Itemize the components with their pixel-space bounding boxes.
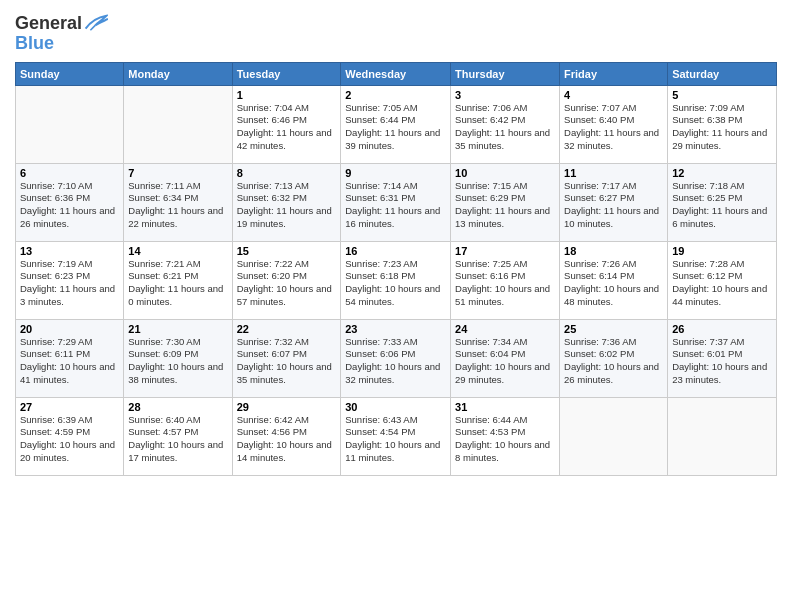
day-number: 24: [455, 323, 555, 335]
day-number: 1: [237, 89, 337, 101]
day-info: Sunrise: 7:18 AM Sunset: 6:25 PM Dayligh…: [672, 180, 772, 231]
day-info: Sunrise: 7:06 AM Sunset: 6:42 PM Dayligh…: [455, 102, 555, 153]
day-info: Sunrise: 7:13 AM Sunset: 6:32 PM Dayligh…: [237, 180, 337, 231]
day-info: Sunrise: 7:09 AM Sunset: 6:38 PM Dayligh…: [672, 102, 772, 153]
day-number: 28: [128, 401, 227, 413]
day-number: 23: [345, 323, 446, 335]
day-number: 5: [672, 89, 772, 101]
page-header: General Blue: [15, 10, 777, 54]
day-info: Sunrise: 7:32 AM Sunset: 6:07 PM Dayligh…: [237, 336, 337, 387]
day-info: Sunrise: 7:36 AM Sunset: 6:02 PM Dayligh…: [564, 336, 663, 387]
day-info: Sunrise: 7:11 AM Sunset: 6:34 PM Dayligh…: [128, 180, 227, 231]
day-info: Sunrise: 7:23 AM Sunset: 6:18 PM Dayligh…: [345, 258, 446, 309]
day-info: Sunrise: 7:29 AM Sunset: 6:11 PM Dayligh…: [20, 336, 119, 387]
day-info: Sunrise: 7:17 AM Sunset: 6:27 PM Dayligh…: [564, 180, 663, 231]
calendar-cell: [560, 397, 668, 475]
day-info: Sunrise: 6:39 AM Sunset: 4:59 PM Dayligh…: [20, 414, 119, 465]
calendar-cell: 11Sunrise: 7:17 AM Sunset: 6:27 PM Dayli…: [560, 163, 668, 241]
day-number: 20: [20, 323, 119, 335]
calendar-cell: [16, 85, 124, 163]
day-info: Sunrise: 7:05 AM Sunset: 6:44 PM Dayligh…: [345, 102, 446, 153]
weekday-header-saturday: Saturday: [668, 62, 777, 85]
day-number: 17: [455, 245, 555, 257]
calendar-cell: 5Sunrise: 7:09 AM Sunset: 6:38 PM Daylig…: [668, 85, 777, 163]
day-number: 15: [237, 245, 337, 257]
calendar-cell: [124, 85, 232, 163]
page-container: General Blue SundayMondayTuesdayWednesda…: [0, 0, 792, 486]
day-number: 2: [345, 89, 446, 101]
logo-bird-icon: [84, 14, 108, 32]
weekday-header-tuesday: Tuesday: [232, 62, 341, 85]
calendar-cell: 1Sunrise: 7:04 AM Sunset: 6:46 PM Daylig…: [232, 85, 341, 163]
day-info: Sunrise: 7:25 AM Sunset: 6:16 PM Dayligh…: [455, 258, 555, 309]
day-number: 16: [345, 245, 446, 257]
day-info: Sunrise: 7:28 AM Sunset: 6:12 PM Dayligh…: [672, 258, 772, 309]
day-number: 22: [237, 323, 337, 335]
calendar-cell: 6Sunrise: 7:10 AM Sunset: 6:36 PM Daylig…: [16, 163, 124, 241]
calendar-cell: 31Sunrise: 6:44 AM Sunset: 4:53 PM Dayli…: [451, 397, 560, 475]
day-number: 27: [20, 401, 119, 413]
day-info: Sunrise: 7:33 AM Sunset: 6:06 PM Dayligh…: [345, 336, 446, 387]
calendar-cell: 30Sunrise: 6:43 AM Sunset: 4:54 PM Dayli…: [341, 397, 451, 475]
calendar-cell: 8Sunrise: 7:13 AM Sunset: 6:32 PM Daylig…: [232, 163, 341, 241]
day-number: 14: [128, 245, 227, 257]
day-number: 10: [455, 167, 555, 179]
day-number: 19: [672, 245, 772, 257]
day-number: 12: [672, 167, 772, 179]
calendar-cell: 24Sunrise: 7:34 AM Sunset: 6:04 PM Dayli…: [451, 319, 560, 397]
calendar-cell: 13Sunrise: 7:19 AM Sunset: 6:23 PM Dayli…: [16, 241, 124, 319]
calendar-cell: 25Sunrise: 7:36 AM Sunset: 6:02 PM Dayli…: [560, 319, 668, 397]
day-info: Sunrise: 7:37 AM Sunset: 6:01 PM Dayligh…: [672, 336, 772, 387]
calendar-week-1: 1Sunrise: 7:04 AM Sunset: 6:46 PM Daylig…: [16, 85, 777, 163]
calendar-week-3: 13Sunrise: 7:19 AM Sunset: 6:23 PM Dayli…: [16, 241, 777, 319]
day-info: Sunrise: 7:04 AM Sunset: 6:46 PM Dayligh…: [237, 102, 337, 153]
day-info: Sunrise: 7:26 AM Sunset: 6:14 PM Dayligh…: [564, 258, 663, 309]
day-info: Sunrise: 7:21 AM Sunset: 6:21 PM Dayligh…: [128, 258, 227, 309]
calendar-cell: 10Sunrise: 7:15 AM Sunset: 6:29 PM Dayli…: [451, 163, 560, 241]
day-info: Sunrise: 7:07 AM Sunset: 6:40 PM Dayligh…: [564, 102, 663, 153]
calendar-cell: 23Sunrise: 7:33 AM Sunset: 6:06 PM Dayli…: [341, 319, 451, 397]
day-number: 3: [455, 89, 555, 101]
calendar-cell: 3Sunrise: 7:06 AM Sunset: 6:42 PM Daylig…: [451, 85, 560, 163]
logo-blue-text: Blue: [15, 33, 54, 53]
calendar-cell: 22Sunrise: 7:32 AM Sunset: 6:07 PM Dayli…: [232, 319, 341, 397]
day-number: 11: [564, 167, 663, 179]
calendar-cell: 27Sunrise: 6:39 AM Sunset: 4:59 PM Dayli…: [16, 397, 124, 475]
day-number: 7: [128, 167, 227, 179]
day-info: Sunrise: 7:10 AM Sunset: 6:36 PM Dayligh…: [20, 180, 119, 231]
day-number: 6: [20, 167, 119, 179]
calendar-cell: 19Sunrise: 7:28 AM Sunset: 6:12 PM Dayli…: [668, 241, 777, 319]
day-number: 29: [237, 401, 337, 413]
day-number: 25: [564, 323, 663, 335]
day-info: Sunrise: 6:42 AM Sunset: 4:56 PM Dayligh…: [237, 414, 337, 465]
day-number: 4: [564, 89, 663, 101]
day-number: 13: [20, 245, 119, 257]
calendar-cell: 17Sunrise: 7:25 AM Sunset: 6:16 PM Dayli…: [451, 241, 560, 319]
day-number: 30: [345, 401, 446, 413]
day-number: 26: [672, 323, 772, 335]
calendar-cell: 12Sunrise: 7:18 AM Sunset: 6:25 PM Dayli…: [668, 163, 777, 241]
calendar-week-2: 6Sunrise: 7:10 AM Sunset: 6:36 PM Daylig…: [16, 163, 777, 241]
day-number: 9: [345, 167, 446, 179]
day-info: Sunrise: 6:44 AM Sunset: 4:53 PM Dayligh…: [455, 414, 555, 465]
logo-text: General: [15, 14, 82, 34]
day-number: 31: [455, 401, 555, 413]
day-number: 8: [237, 167, 337, 179]
calendar-cell: 18Sunrise: 7:26 AM Sunset: 6:14 PM Dayli…: [560, 241, 668, 319]
logo: General Blue: [15, 14, 108, 54]
calendar-cell: 26Sunrise: 7:37 AM Sunset: 6:01 PM Dayli…: [668, 319, 777, 397]
calendar-cell: 2Sunrise: 7:05 AM Sunset: 6:44 PM Daylig…: [341, 85, 451, 163]
day-number: 18: [564, 245, 663, 257]
weekday-header-wednesday: Wednesday: [341, 62, 451, 85]
calendar-cell: 4Sunrise: 7:07 AM Sunset: 6:40 PM Daylig…: [560, 85, 668, 163]
weekday-header-thursday: Thursday: [451, 62, 560, 85]
calendar-cell: 7Sunrise: 7:11 AM Sunset: 6:34 PM Daylig…: [124, 163, 232, 241]
weekday-header-sunday: Sunday: [16, 62, 124, 85]
day-info: Sunrise: 7:15 AM Sunset: 6:29 PM Dayligh…: [455, 180, 555, 231]
calendar-cell: 9Sunrise: 7:14 AM Sunset: 6:31 PM Daylig…: [341, 163, 451, 241]
calendar-cell: 20Sunrise: 7:29 AM Sunset: 6:11 PM Dayli…: [16, 319, 124, 397]
day-number: 21: [128, 323, 227, 335]
calendar-week-5: 27Sunrise: 6:39 AM Sunset: 4:59 PM Dayli…: [16, 397, 777, 475]
calendar-cell: 29Sunrise: 6:42 AM Sunset: 4:56 PM Dayli…: [232, 397, 341, 475]
day-info: Sunrise: 7:30 AM Sunset: 6:09 PM Dayligh…: [128, 336, 227, 387]
